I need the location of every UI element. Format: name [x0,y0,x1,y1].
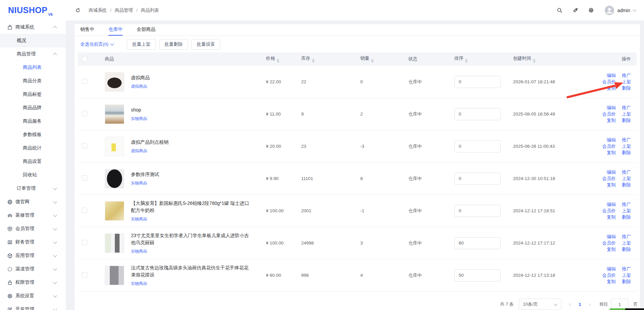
sort-input[interactable] [454,76,501,88]
batch-set-button[interactable]: 批量设置 [191,39,220,50]
onsale-link[interactable]: 上架 [622,144,631,149]
sidebar-item-order-management[interactable]: 订单管理 [0,182,66,195]
sidebar-item-decoration-management[interactable]: 装修管理 [0,209,66,222]
sort-input[interactable] [454,237,501,249]
promote-link[interactable]: 推广 [622,73,631,78]
product-name[interactable]: shop [131,106,250,114]
product-type-link[interactable]: 实物商品 [131,249,250,254]
sort-input[interactable] [454,173,501,185]
edit-link[interactable]: 编辑 [607,137,616,142]
tab-onsale[interactable]: 销售中 [80,24,94,36]
product-name[interactable]: 法式复古焦边玫瑰高级多头油画仿真花仿生干花手捧花花束假花摆设 [131,264,250,278]
row-checkbox[interactable] [82,272,87,277]
sort-input[interactable] [454,140,501,152]
sidebar-item-goods-list[interactable]: 商品列表 [0,61,66,74]
breadcrumb-item[interactable]: 商城系统 [89,7,107,13]
search-icon[interactable] [557,7,562,13]
sort-carets-icon[interactable] [312,59,315,63]
sort-carets-icon[interactable] [371,59,374,63]
product-type-link[interactable]: 实物商品 [131,216,250,222]
promote-link[interactable]: 推广 [622,202,631,207]
row-checkbox[interactable] [82,79,87,84]
sidebar-item-recycle-bin[interactable]: 回收站 [0,168,66,182]
sidebar-item-goods-tag[interactable]: 商品标签 [0,88,66,101]
page-size-select[interactable]: 10条/页 [519,299,561,310]
delete-link[interactable]: 删除 [622,279,631,284]
username[interactable]: admin [617,8,630,13]
sidebar-item-app-management[interactable]: 应用管理 [0,249,66,262]
row-checkbox[interactable] [82,240,87,245]
copy-link[interactable]: 复制 [607,215,616,220]
product-type-link[interactable]: 虚拟商品 [131,84,250,89]
column-stock[interactable]: 库存 [301,55,360,63]
delete-link[interactable]: 删除 [622,215,631,220]
sidebar-item-goods-settings[interactable]: 商品设置 [0,155,66,168]
sidebar-item-goods-service[interactable]: 商品服务 [0,115,66,128]
sidebar-item-channel-management[interactable]: 渠道管理 [0,262,66,276]
batch-onsale-button[interactable]: 批量上架 [127,39,156,50]
member-price-link[interactable]: 会员价 [602,240,616,246]
sort-carets-icon[interactable] [465,59,468,63]
refresh-icon[interactable] [75,8,81,13]
copy-link[interactable]: 复制 [607,182,616,187]
product-name[interactable]: 【大脑发育】新国标惠氏S-26铂臻2段780g*1罐 瑞士进口配方牛奶粉 [131,200,250,214]
row-checkbox[interactable] [82,143,87,148]
onsale-link[interactable]: 上架 [622,79,631,84]
edit-link[interactable]: 编辑 [607,234,616,239]
member-price-link[interactable]: 会员价 [602,79,616,84]
edit-link[interactable]: 编辑 [607,266,616,271]
rocket-icon[interactable] [572,7,578,13]
prev-page-button[interactable]: ‹ [569,301,571,307]
sidebar-item-goods-management[interactable]: 商品管理 [0,47,66,61]
product-type-link[interactable]: 虚拟商品 [131,148,250,154]
edit-link[interactable]: 编辑 [607,202,616,207]
sidebar-item-dev-management[interactable]: 开发管理 [0,303,66,310]
column-price[interactable]: 价格 [266,55,301,63]
row-checkbox[interactable] [82,175,87,181]
promote-link[interactable]: 推广 [622,105,631,110]
member-price-link[interactable]: 会员价 [602,208,616,213]
sidebar-item-goods-stats[interactable]: 商品统计 [0,141,66,155]
sidebar-item-member-management[interactable]: 会员管理 [0,222,66,235]
row-checkbox[interactable] [82,208,87,213]
breadcrumb-item[interactable]: 商品列表 [141,7,159,13]
onsale-link[interactable]: 上架 [622,176,631,181]
copy-link[interactable]: 复制 [607,86,616,91]
member-price-link[interactable]: 会员价 [602,112,616,117]
edit-link[interactable]: 编辑 [607,105,616,110]
select-all-checkbox[interactable] [82,56,87,61]
edit-link[interactable]: 编辑 [607,170,616,175]
product-name[interactable]: 虚拟商品 [131,74,250,81]
sidebar-item-system-settings[interactable]: 系统设置 [0,289,66,303]
sidebar-item-finance-management[interactable]: 财务管理 [0,235,66,249]
sort-input[interactable] [454,108,501,120]
member-price-link[interactable]: 会员价 [602,176,616,181]
sort-carets-icon[interactable] [277,59,279,63]
delete-link[interactable]: 删除 [622,182,631,187]
onsale-link[interactable]: 上架 [622,240,631,246]
sidebar-item-goods-brand[interactable]: 商品品牌 [0,101,66,115]
member-price-link[interactable]: 会员价 [602,144,616,149]
copy-link[interactable]: 复制 [607,247,616,252]
next-page-button[interactable]: › [589,301,591,307]
avatar[interactable] [605,6,614,15]
sidebar-item-goods-category[interactable]: 商品分类 [0,74,66,88]
sidebar-item-param-template[interactable]: 参数模板 [0,128,66,141]
breadcrumb-item[interactable]: 商品管理 [115,7,133,13]
chevron-down-icon[interactable] [633,8,636,11]
product-type-link[interactable]: 实物商品 [131,116,250,122]
sort-input[interactable] [454,205,501,217]
delete-link[interactable]: 删除 [622,247,631,252]
tab-all-goods[interactable]: 全部商品 [137,24,155,36]
product-name[interactable]: 参数排序测试 [131,171,250,178]
tab-warehouse[interactable]: 仓库中 [108,24,123,36]
current-page[interactable]: 1 [579,302,581,307]
sidebar-item-micro-site[interactable]: 微官网 [0,195,66,209]
onsale-link[interactable]: 上架 [622,273,631,278]
column-sort[interactable]: 排序 [454,55,513,63]
onsale-link[interactable]: 上架 [622,112,631,117]
sort-carets-icon[interactable] [533,59,536,63]
sidebar-item-permission-management[interactable]: 权限管理 [0,276,66,289]
onsale-link[interactable]: 上架 [622,208,631,213]
promote-link[interactable]: 推广 [622,266,631,271]
